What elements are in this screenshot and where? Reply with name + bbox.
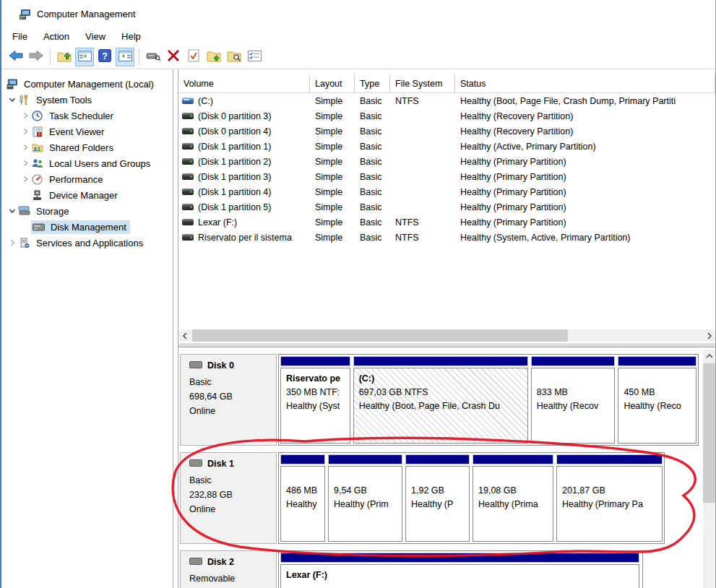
- tree-item-disk-management[interactable]: Disk Management: [1, 219, 173, 235]
- folder-search-icon: [227, 50, 241, 65]
- chevron-right-icon[interactable]: [19, 157, 31, 169]
- volume-layout: Simple: [310, 233, 355, 243]
- properties-button[interactable]: [245, 48, 264, 66]
- partition[interactable]: 450 MBHealthy (Reco: [618, 356, 696, 444]
- partition[interactable]: 9,54 GBHealthy (Prim: [328, 454, 402, 542]
- volume-name: (Disk 1 partition 3): [198, 172, 271, 182]
- forward-button[interactable]: [27, 48, 46, 66]
- tree-item-local-users-and-groups[interactable]: Local Users and Groups: [1, 155, 173, 171]
- scroll-up-arrow[interactable]: [703, 350, 715, 362]
- partition-c-selected[interactable]: (C:)697,03 GB NTFSHealthy (Boot, Page Fi…: [353, 356, 528, 444]
- column-header-type[interactable]: Type: [355, 74, 390, 92]
- volume-row[interactable]: (Disk 1 partition 4) Simple Basic Health…: [178, 184, 715, 199]
- volume-row[interactable]: (Disk 1 partition 5) Simple Basic Health…: [178, 199, 715, 215]
- volume-type: Basic: [355, 172, 390, 182]
- partition-title: [624, 372, 694, 386]
- tree-item-performance[interactable]: Performance: [1, 171, 173, 187]
- column-header-volume[interactable]: Volume: [178, 74, 310, 92]
- disk-state: Online: [189, 404, 276, 418]
- scroll-right-arrow[interactable]: [703, 329, 715, 342]
- menu-view[interactable]: View: [77, 29, 113, 44]
- delete-volume-button[interactable]: [164, 48, 183, 66]
- volume-row[interactable]: (Disk 1 partition 1) Simple Basic Health…: [178, 139, 715, 154]
- column-header-layout[interactable]: Layout: [310, 74, 355, 92]
- partition-color-bar: [280, 553, 639, 563]
- tree-item-event-viewer[interactable]: ! Event Viewer: [1, 124, 173, 139]
- volume-type: Basic: [355, 233, 390, 243]
- chevron-right-icon[interactable]: [6, 237, 18, 248]
- disk-1-info[interactable]: Disk 1 Basic 232,88 GB Online: [180, 452, 277, 544]
- column-header-file-system[interactable]: File System: [390, 74, 455, 92]
- tree-item-device-manager[interactable]: Device Manager: [1, 187, 173, 203]
- task-scheduler-clock-icon: [31, 110, 43, 121]
- volume-name: (Disk 1 partition 1): [198, 142, 271, 152]
- volume-row[interactable]: (C:) Simple Basic NTFS Healthy (Boot, Pa…: [178, 93, 715, 108]
- volume-row[interactable]: (Disk 1 partition 3) Simple Basic Health…: [178, 169, 715, 184]
- partition[interactable]: 201,87 GBHealthy (Primary Pa: [556, 454, 663, 542]
- menu-action[interactable]: Action: [35, 29, 77, 44]
- partition[interactable]: Riservato pe350 MB NTF:Healthy (Syst: [280, 356, 350, 444]
- computer-icon: [6, 78, 18, 90]
- back-icon: [9, 50, 23, 64]
- horizontal-scrollbar[interactable]: [178, 329, 715, 342]
- chevron-right-icon[interactable]: [19, 110, 31, 121]
- open-button[interactable]: [204, 48, 223, 66]
- volume-row[interactable]: (Disk 0 partition 3) Simple Basic Health…: [178, 108, 715, 124]
- partition-status: Healthy (Primary Pa: [562, 498, 660, 511]
- disk-name: Disk 0: [207, 360, 234, 371]
- disk-0-info[interactable]: Disk 0 Basic 698,64 GB Online: [180, 354, 277, 446]
- volume-name: (Disk 0 partition 3): [198, 111, 271, 121]
- disk-2-info[interactable]: Disk 2 Removable 119,04 GB: [180, 550, 277, 588]
- menu-file[interactable]: File: [4, 29, 35, 44]
- drive-icon: [182, 173, 194, 180]
- volume-name: Lexar (F:): [198, 217, 237, 228]
- explore-button[interactable]: [225, 48, 243, 66]
- chevron-down-icon[interactable]: [6, 205, 18, 217]
- horizontal-scrollbar-thumb[interactable]: [192, 329, 568, 342]
- help-button[interactable]: ?: [95, 48, 114, 66]
- computer-management-app-icon: [19, 9, 31, 20]
- tree-item-system-tools[interactable]: System Tools: [1, 92, 173, 108]
- menu-help[interactable]: Help: [113, 29, 149, 44]
- chevron-right-icon[interactable]: [19, 173, 31, 185]
- delete-x-icon: [167, 49, 180, 65]
- partition[interactable]: 19,08 GBHealthy (Prima: [473, 454, 553, 542]
- scroll-left-arrow[interactable]: [178, 329, 191, 342]
- disk-2-row: Disk 2 Removable 119,04 GB Lexar (F:): [180, 550, 643, 588]
- partition-color-bar: [280, 454, 325, 464]
- partition-status: Healthy: [286, 498, 323, 511]
- console-tree-toggle-button[interactable]: [75, 48, 94, 66]
- chevron-right-icon[interactable]: [19, 126, 31, 137]
- chevron-down-icon[interactable]: [6, 94, 18, 105]
- chevron-right-icon[interactable]: [19, 142, 31, 153]
- vertical-scrollbar-thumb[interactable]: [703, 363, 715, 503]
- volume-row[interactable]: Riservato per il sistema Simple Basic NT…: [178, 230, 715, 245]
- volume-row[interactable]: Lexar (F:) Simple Basic NTFS Healthy (Pr…: [178, 215, 715, 230]
- tree-item-task-scheduler[interactable]: Task Scheduler: [1, 108, 173, 124]
- change-drive-letter-button[interactable]: [144, 48, 163, 66]
- column-header-status[interactable]: Status: [455, 74, 715, 92]
- volume-type: Basic: [355, 217, 390, 228]
- vertical-scrollbar[interactable]: [703, 350, 715, 588]
- partition[interactable]: 486 MBHealthy: [280, 454, 325, 542]
- toolbar: ?: [1, 46, 715, 69]
- volume-row[interactable]: (Disk 1 partition 2) Simple Basic Health…: [178, 154, 715, 169]
- partition[interactable]: Lexar (F:): [280, 553, 639, 588]
- back-button[interactable]: [7, 48, 25, 66]
- up-one-level-button[interactable]: [55, 48, 74, 66]
- disk-1-partitions: 486 MBHealthy 9,54 GBHealthy (Prim 1,92 …: [278, 452, 665, 544]
- partition-color-bar: [405, 454, 470, 464]
- volume-row[interactable]: (Disk 0 partition 4) Simple Basic Health…: [178, 124, 715, 139]
- tree-item-shared-folders[interactable]: Shared Folders: [1, 139, 173, 155]
- drive-icon: [182, 143, 194, 150]
- partition[interactable]: 833 MBHealthy (Recov: [531, 356, 616, 444]
- tree-item-computer-management[interactable]: Computer Management (Local): [1, 76, 173, 92]
- mark-active-button[interactable]: [184, 48, 203, 66]
- pane-splitter[interactable]: [178, 342, 715, 350]
- volume-layout: Simple: [310, 96, 355, 106]
- partition[interactable]: 1,92 GBHealthy (P: [405, 454, 470, 542]
- tree-item-storage[interactable]: Storage: [1, 203, 173, 219]
- system-tools-icon: [18, 94, 30, 105]
- tree-item-services-and-applications[interactable]: Services and Applications: [1, 235, 173, 251]
- action-pane-toggle-button[interactable]: [116, 48, 134, 66]
